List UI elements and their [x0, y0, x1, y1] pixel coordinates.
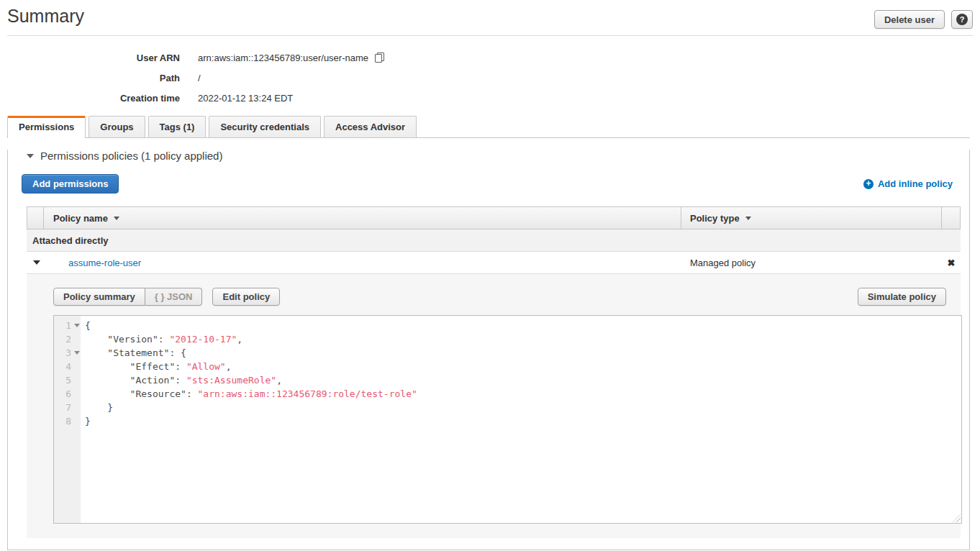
policy-table-row: assume-role-user Managed policy ✖: [27, 252, 961, 274]
sort-caret-icon: [114, 217, 119, 220]
code-line: "Resource": "arn:aws:iam::123456789:role…: [85, 387, 961, 401]
tab-bar: Permissions Groups Tags (1) Security cre…: [7, 116, 970, 138]
fold-caret-icon[interactable]: [74, 351, 80, 355]
edit-policy-button[interactable]: Edit policy: [212, 288, 280, 306]
actions-column-header: [941, 207, 960, 229]
code-line: "Statement": {: [85, 346, 961, 360]
policy-name-link[interactable]: assume-role-user: [68, 258, 141, 268]
simulate-policy-button[interactable]: Simulate policy: [858, 288, 946, 306]
line-number: 7: [54, 401, 81, 414]
policy-view-button-group: Policy summary { } JSON: [53, 288, 202, 306]
page-header: Summary Delete user ?: [0, 0, 980, 29]
policy-name-cell: assume-role-user: [44, 258, 681, 268]
copy-icon[interactable]: [375, 53, 384, 63]
group-row-label: Attached directly: [32, 235, 108, 246]
policy-type-header-label: Policy type: [690, 213, 740, 224]
user-arn-row: User ARN arn:aws:iam::123456789:user/use…: [0, 53, 980, 63]
user-arn-value: arn:aws:iam::123456789:user/user-name: [198, 53, 368, 63]
path-row: Path /: [0, 73, 980, 83]
policy-actions-cell: ✖: [942, 258, 961, 268]
delete-user-button[interactable]: Delete user: [874, 10, 945, 29]
add-inline-policy-label: Add inline policy: [878, 178, 953, 189]
permissions-policies-section-header[interactable]: Permissions policies (1 policy applied): [27, 150, 969, 162]
path-value: /: [198, 73, 201, 83]
line-number: 4: [54, 360, 81, 373]
policy-controls: Add permissions + Add inline policy: [22, 174, 953, 193]
code-line: "Effect": "Allow",: [85, 360, 961, 373]
policy-table-header: Policy name Policy type: [27, 206, 961, 229]
code-line: "Version": "2012-10-17",: [85, 332, 961, 346]
line-number: 5: [54, 373, 81, 387]
tab-tags[interactable]: Tags (1): [148, 116, 207, 137]
policy-name-column-header[interactable]: Policy name: [44, 207, 681, 229]
line-number: 3: [54, 346, 81, 360]
tab-groups[interactable]: Groups: [89, 116, 145, 137]
policy-detail-expanded-area: Policy summary { } JSON Edit policy Simu…: [27, 274, 961, 538]
sort-caret-icon: [745, 217, 751, 220]
line-number: 8: [54, 414, 81, 428]
header-divider: [7, 35, 973, 36]
header-actions: Delete user ?: [874, 10, 973, 29]
permissions-tab-panel: Permissions policies (1 policy applied) …: [7, 150, 970, 550]
view-buttons: Policy summary { } JSON Edit policy: [53, 288, 280, 306]
policy-table: Policy name Policy type Attached directl…: [27, 206, 961, 538]
line-number: 6: [54, 387, 81, 401]
user-arn-label: User ARN: [0, 53, 180, 63]
line-number: 2: [54, 332, 81, 346]
permissions-policies-heading: Permissions policies (1 policy applied): [40, 150, 222, 162]
tab-permissions[interactable]: Permissions: [7, 116, 86, 138]
code-line: {: [85, 319, 961, 332]
creation-time-value: 2022-01-12 13:24 EDT: [198, 93, 293, 104]
code-line: "Action": "sts:AssumeRole",: [85, 373, 961, 387]
help-icon: ?: [956, 14, 968, 25]
path-label: Path: [0, 73, 180, 83]
tab-security-credentials[interactable]: Security credentials: [209, 116, 321, 137]
policy-detail-toolbar: Policy summary { } JSON Edit policy Simu…: [53, 288, 946, 306]
add-inline-policy-link[interactable]: + Add inline policy: [863, 178, 953, 189]
expand-caret-icon: [33, 260, 40, 265]
editor-code-area[interactable]: { "Version": "2012-10-17", "Statement": …: [81, 316, 961, 523]
attached-directly-group-row: Attached directly: [27, 229, 961, 252]
policy-name-header-label: Policy name: [53, 213, 108, 224]
help-button[interactable]: ?: [951, 10, 973, 29]
fold-caret-icon[interactable]: [74, 324, 80, 327]
plus-circle-icon: +: [863, 179, 874, 189]
creation-time-label: Creation time: [0, 93, 180, 104]
editor-line-number-gutter: 12345678: [54, 316, 81, 523]
page-title: Summary: [7, 6, 84, 27]
add-permissions-button[interactable]: Add permissions: [22, 174, 119, 193]
policy-type-column-header[interactable]: Policy type: [681, 207, 941, 229]
tab-access-advisor[interactable]: Access Advisor: [324, 116, 417, 137]
creation-time-row: Creation time 2022-01-12 13:24 EDT: [0, 93, 980, 103]
expand-column-header: [27, 207, 44, 229]
code-line: }: [85, 401, 961, 414]
collapse-caret-icon: [27, 154, 34, 158]
row-expand-toggle[interactable]: [27, 260, 44, 265]
user-summary-info: User ARN arn:aws:iam::123456789:user/use…: [0, 53, 980, 103]
detach-policy-icon[interactable]: ✖: [948, 258, 956, 268]
code-line: }: [85, 414, 961, 428]
line-number: 1: [54, 319, 81, 332]
json-view-button[interactable]: { } JSON: [145, 288, 203, 306]
policy-json-editor[interactable]: 12345678 { "Version": "2012-10-17", "Sta…: [53, 315, 962, 524]
policy-summary-button[interactable]: Policy summary: [53, 288, 145, 306]
policy-type-cell: Managed policy: [681, 258, 942, 268]
